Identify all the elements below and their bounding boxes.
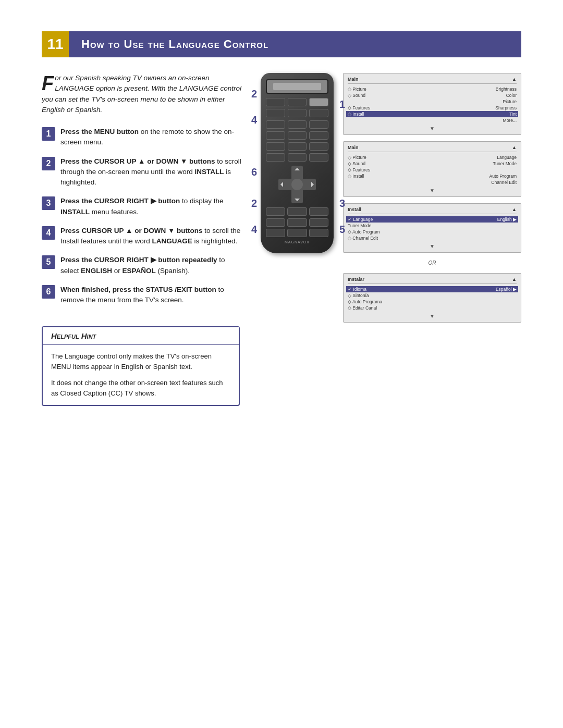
step-text-3: Press the CURSOR RIGHT ▶ button to displ… — [60, 196, 245, 217]
remote-btn-1[interactable] — [266, 98, 285, 106]
step-number-3: 3 — [42, 196, 55, 210]
btn-9[interactable] — [309, 142, 328, 151]
screen-row-more: More... — [348, 117, 517, 124]
step-number-1: 1 — [42, 127, 55, 141]
extra-btn-6[interactable] — [309, 229, 328, 237]
extra-btn-4[interactable] — [266, 229, 285, 237]
btn-5[interactable] — [288, 131, 307, 140]
screen-row-2-picture: ◇ PictureLanguage — [348, 154, 517, 161]
bottom-btn-3[interactable] — [309, 207, 328, 216]
screen-row-editar-canal: ◇ Editar Canal — [348, 305, 517, 311]
page: 11 How to Use the Language Control F or … — [0, 0, 563, 728]
step-label-4b: 4 — [251, 224, 257, 235]
screen-row-install-highlighted: ◇ InstallTint — [346, 111, 518, 117]
screen-row-2-features: ◇ Features — [348, 167, 517, 173]
drop-cap: F — [42, 75, 54, 92]
screen-main-menu-2: Main▲ ◇ PictureLanguage ◇ SoundTuner Mod… — [343, 141, 521, 197]
step-number-4: 4 — [42, 226, 55, 240]
extra-btn-5[interactable] — [287, 229, 307, 237]
screen-nav-2: ▼ — [348, 188, 517, 193]
remote-illustration: 2 4 6 1 2 4 3 — [261, 73, 334, 253]
remote-extra-buttons — [266, 218, 328, 237]
step-3: 3 Press the CURSOR RIGHT ▶ button to dis… — [42, 196, 245, 217]
step-6: 6 When finished, press the STATUS /EXIT … — [42, 285, 245, 306]
remote-btn-2[interactable] — [288, 98, 307, 106]
step-label-1: 1 — [339, 99, 345, 109]
btn-6[interactable] — [309, 131, 328, 140]
screen-row-features: ◇ FeaturesSharpness — [348, 105, 517, 111]
step-number-6: 6 — [42, 285, 55, 299]
step-1: 1 Press the MENU button on the remote to… — [42, 127, 245, 148]
number-pad — [266, 120, 328, 162]
hint-paragraph-1: The Language control only makes the TV's… — [51, 351, 230, 372]
left-column: F or our Spanish speaking TV owners an o… — [42, 73, 245, 406]
step-text-6: When finished, press the STATUS /EXIT bu… — [60, 285, 245, 306]
screen-header-1: Main▲ — [348, 77, 517, 84]
dpad-center[interactable] — [291, 179, 303, 190]
btn-star[interactable] — [266, 153, 285, 162]
right-column: 2 4 6 1 2 4 3 — [261, 73, 521, 406]
btn-4[interactable] — [266, 131, 285, 140]
chapter-number: 11 — [42, 31, 69, 57]
btn-3[interactable] — [309, 120, 328, 129]
remote-btn-power[interactable] — [309, 98, 328, 106]
dpad — [278, 166, 316, 203]
extra-btn-3[interactable] — [309, 218, 328, 227]
step-label-3: 3 — [339, 198, 345, 208]
screen-row-2-sound: ◇ SoundTuner Mode — [348, 161, 517, 167]
step-4: 4 Press CURSOR UP ▲ or DOWN ▼ buttons to… — [42, 226, 245, 247]
remote-btn-4[interactable] — [266, 109, 285, 117]
screen-nav-1: ▼ — [348, 126, 517, 131]
btn-1[interactable] — [266, 120, 285, 129]
screen-row-auto: ◇ Auto Program — [348, 229, 517, 235]
step-text-2: Press the CURSOR UP ▲ or DOWN ▼ buttons … — [60, 156, 245, 188]
screen-row-sintonia: ◇ Sintonía — [348, 292, 517, 299]
step-text-4: Press CURSOR UP ▲ or DOWN ▼ buttons to s… — [60, 226, 245, 247]
btn-7[interactable] — [266, 142, 285, 151]
screen-nav-4: ▼ — [348, 313, 517, 319]
bottom-btn-1[interactable] — [266, 207, 285, 216]
remote-screen — [266, 79, 328, 94]
screen-row-channel-edit: ◇ Channel Edit — [348, 235, 517, 241]
btn-hash[interactable] — [309, 153, 328, 162]
screen-install-english: Install▲ ✓ LanguageEnglish ▶ Tuner Mode … — [343, 203, 521, 253]
step-text-1: Press the MENU button on the remote to s… — [60, 127, 245, 148]
remote-bottom-buttons — [266, 207, 328, 216]
hint-paragraph-2: It does not change the other on-screen t… — [51, 378, 230, 399]
page-header: 11 How to Use the Language Control — [42, 31, 521, 57]
remote-brand: MAGNAVOX — [266, 240, 328, 244]
remote-body: MAGNAVOX — [261, 73, 334, 253]
screen-row-auto-programa: ◇ Auto Programa — [348, 299, 517, 305]
screen-row-tuner: Tuner Mode — [348, 223, 517, 229]
screen-row-language-en: ✓ LanguageEnglish ▶ — [346, 216, 518, 223]
steps-list: 1 Press the MENU button on the remote to… — [42, 127, 245, 305]
bottom-btn-2[interactable] — [287, 207, 307, 216]
step-5: 5 Press the CURSOR RIGHT ▶ button repeat… — [42, 255, 245, 276]
screen-row-picture2: Picture — [348, 98, 517, 105]
dpad-up-arrow — [295, 168, 300, 170]
btn-0[interactable] — [288, 153, 307, 162]
btn-8[interactable] — [288, 142, 307, 151]
or-label: OR — [343, 260, 521, 266]
screen-header-4: Instalar▲ — [348, 277, 517, 284]
extra-btn-1[interactable] — [266, 218, 285, 227]
step-number-2: 2 — [42, 157, 55, 170]
page-title: How to Use the Language Control — [69, 31, 521, 57]
btn-2[interactable] — [288, 120, 307, 129]
screen-row-picture: ◇ PictureBrightness — [348, 86, 517, 92]
screen-install-spanish: Instalar▲ ✓ IdiomaEspañol ▶ ◇ Sintonía ◇… — [343, 273, 521, 323]
hint-body: The Language control only makes the TV's… — [43, 345, 239, 405]
screen-row-2-channel: Channel Edit — [348, 179, 517, 186]
screen-main-menu: Main▲ ◇ PictureBrightness ◇ SoundColor P… — [343, 73, 521, 135]
step-2: 2 Press the CURSOR UP ▲ or DOWN ▼ button… — [42, 156, 245, 188]
remote-btn-6[interactable] — [309, 109, 328, 117]
remote-btn-5[interactable] — [288, 109, 307, 117]
step-label-2a: 2 — [251, 89, 257, 99]
dpad-left-arrow — [280, 182, 283, 187]
dpad-right-arrow — [311, 182, 314, 187]
screen-header-2: Main▲ — [348, 145, 517, 152]
screen-row-sound: ◇ SoundColor — [348, 92, 517, 98]
screen-row-2-install: ◇ InstallAuto Program — [348, 173, 517, 179]
step-label-4a: 4 — [251, 115, 257, 125]
extra-btn-2[interactable] — [287, 218, 307, 227]
